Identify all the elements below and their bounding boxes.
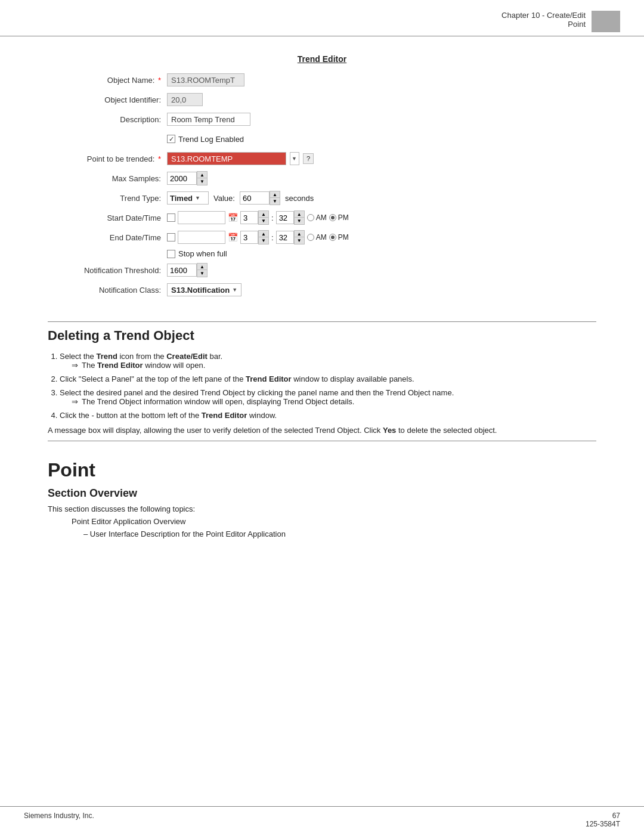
max-samples-label: Max Samples: xyxy=(48,174,167,183)
chapter-sub: Point xyxy=(501,20,586,29)
start-date-checkbox[interactable] xyxy=(167,213,175,222)
point-subtopic-1-text: User Interface Description for the Point… xyxy=(90,529,286,538)
header-right: Chapter 10 - Create/Edit Point xyxy=(501,11,586,32)
notif-class-value: S13.Notification xyxy=(171,286,230,295)
end-min-up-btn[interactable]: ▲ xyxy=(295,231,304,237)
start-hour-spinner-buttons: ▲ ▼ xyxy=(258,210,269,225)
trend-editor-title: Trend Editor xyxy=(48,54,596,64)
max-samples-control: ▲ ▼ xyxy=(167,171,208,185)
stop-when-full-row: Stop when full xyxy=(167,249,596,258)
step1-arrow-text: The Trend Editor window will open. xyxy=(82,361,205,370)
start-min-down-btn[interactable]: ▼ xyxy=(295,218,304,224)
step-3: Select the desired panel and the desired… xyxy=(60,388,596,406)
main-content: Trend Editor Object Name: * Object Ident… xyxy=(0,36,644,559)
step1-arrow-bold: Trend Editor xyxy=(97,361,143,370)
end-hour-down-btn[interactable]: ▼ xyxy=(259,237,268,244)
stop-when-full-checkbox[interactable] xyxy=(167,250,175,258)
end-pm-text: PM xyxy=(338,233,349,241)
notif-class-dropdown[interactable]: S13.Notification ▼ xyxy=(167,283,242,296)
trend-log-checkbox-label[interactable]: ✓ Trend Log Enabled xyxy=(167,135,244,144)
dropdown-arrow-icon: ▼ xyxy=(292,156,297,162)
point-intro: This section discusses the following top… xyxy=(48,504,596,513)
max-samples-spinner: ▲ ▼ xyxy=(167,171,208,185)
start-date-input[interactable] xyxy=(178,211,225,224)
start-min-up-btn[interactable]: ▲ xyxy=(295,211,304,218)
end-hour-up-btn[interactable]: ▲ xyxy=(259,231,268,237)
step3-arrow-text: The Trend Object information window will… xyxy=(82,397,354,406)
notif-threshold-label: Notification Threshold: xyxy=(48,266,167,275)
start-pm-label[interactable]: PM xyxy=(329,213,349,222)
end-date-input[interactable] xyxy=(178,231,225,244)
notif-threshold-spinner: ▲ ▼ xyxy=(167,263,208,277)
step1-bold1: Trend xyxy=(96,352,117,361)
start-colon: : xyxy=(271,213,274,222)
max-samples-input[interactable] xyxy=(167,172,197,185)
value-down-btn[interactable]: ▼ xyxy=(270,198,280,205)
start-am-label[interactable]: AM xyxy=(307,213,327,222)
start-pm-radio[interactable] xyxy=(329,214,336,221)
start-hour-down-btn[interactable]: ▼ xyxy=(259,218,268,224)
start-hour-input[interactable] xyxy=(240,211,258,224)
end-min-down-btn[interactable]: ▼ xyxy=(295,237,304,244)
pm-text: PM xyxy=(338,213,349,222)
point-trend-control: ▼ ? xyxy=(167,152,314,165)
point-trend-dropdown[interactable]: ▼ xyxy=(290,152,299,165)
end-min-spinner-buttons: ▲ ▼ xyxy=(294,230,305,244)
end-calendar-icon[interactable]: 📅 xyxy=(228,233,238,242)
value-label: Value: xyxy=(213,194,235,203)
point-trend-label: Point to be trended: * xyxy=(48,154,167,163)
notif-class-row: Notification Class: S13.Notification ▼ xyxy=(48,282,596,298)
value-up-btn[interactable]: ▲ xyxy=(270,191,280,198)
end-pm-radio[interactable] xyxy=(329,234,336,241)
trend-log-checkbox[interactable]: ✓ xyxy=(167,135,175,143)
start-min-spinner: ▲ ▼ xyxy=(276,210,305,225)
value-input[interactable] xyxy=(240,191,270,205)
page-number: 67 xyxy=(612,812,620,820)
trend-type-dropdown[interactable]: Timed ▼ xyxy=(167,191,209,205)
end-datetime-label: End Date/Time xyxy=(48,233,167,242)
notif-class-control: S13.Notification ▼ xyxy=(167,283,242,296)
object-name-row: Object Name: * xyxy=(48,72,596,88)
trend-type-row: Trend Type: Timed ▼ Value: ▲ ▼ seconds xyxy=(48,190,596,206)
end-pm-label[interactable]: PM xyxy=(329,233,349,241)
stop-when-full-label: Stop when full xyxy=(178,249,227,258)
end-date-checkbox[interactable] xyxy=(167,233,175,241)
end-hour-input[interactable] xyxy=(240,231,258,244)
end-am-label[interactable]: AM xyxy=(307,233,327,241)
yes-bold: Yes xyxy=(383,426,396,435)
end-min-input[interactable] xyxy=(276,231,294,244)
notif-class-label: Notification Class: xyxy=(48,286,167,295)
step1-arrow: ⇒ The Trend Editor window will open. xyxy=(72,361,596,370)
trend-type-label: Trend Type: xyxy=(48,194,167,203)
step4-bold: Trend Editor xyxy=(202,411,247,420)
step2-bold: Trend Editor xyxy=(246,374,292,383)
arrow-icon-2: ⇒ xyxy=(72,397,78,406)
start-hour-up-btn[interactable]: ▲ xyxy=(259,211,268,218)
notif-threshold-down-btn[interactable]: ▼ xyxy=(197,270,207,277)
notif-threshold-up-btn[interactable]: ▲ xyxy=(197,264,207,270)
point-heading: Point xyxy=(48,459,596,481)
point-trend-input[interactable] xyxy=(167,152,286,165)
start-datetime-control: 📅 ▲ ▼ : ▲ ▼ xyxy=(167,210,349,225)
question-mark-button[interactable]: ? xyxy=(303,153,314,164)
max-samples-up-btn[interactable]: ▲ xyxy=(197,172,207,178)
object-id-input[interactable] xyxy=(167,93,203,106)
step-2: Click "Select a Panel" at the top of the… xyxy=(60,374,596,383)
description-input[interactable] xyxy=(167,113,250,126)
end-datetime-row: End Date/Time 📅 ▲ ▼ : ▲ ▼ xyxy=(48,230,596,245)
start-min-input[interactable] xyxy=(276,211,294,224)
notif-threshold-input[interactable] xyxy=(167,264,197,277)
trend-log-label: Trend Log Enabled xyxy=(178,135,244,144)
end-am-radio[interactable] xyxy=(307,234,314,241)
point-subtopic-1: User Interface Description for the Point… xyxy=(83,529,596,538)
start-datetime-row: Start Date/Time 📅 ▲ ▼ : ▲ ▼ xyxy=(48,210,596,225)
start-calendar-icon[interactable]: 📅 xyxy=(228,213,238,222)
object-id-row: Object Identifier: xyxy=(48,92,596,107)
point-topics-list: Point Editor Application Overview xyxy=(72,517,596,526)
start-min-spinner-buttons: ▲ ▼ xyxy=(294,210,305,225)
max-samples-down-btn[interactable]: ▼ xyxy=(197,178,207,185)
start-am-radio[interactable] xyxy=(307,214,314,221)
seconds-label: seconds xyxy=(285,194,314,203)
object-id-control xyxy=(167,93,203,106)
object-name-input[interactable] xyxy=(167,73,244,86)
